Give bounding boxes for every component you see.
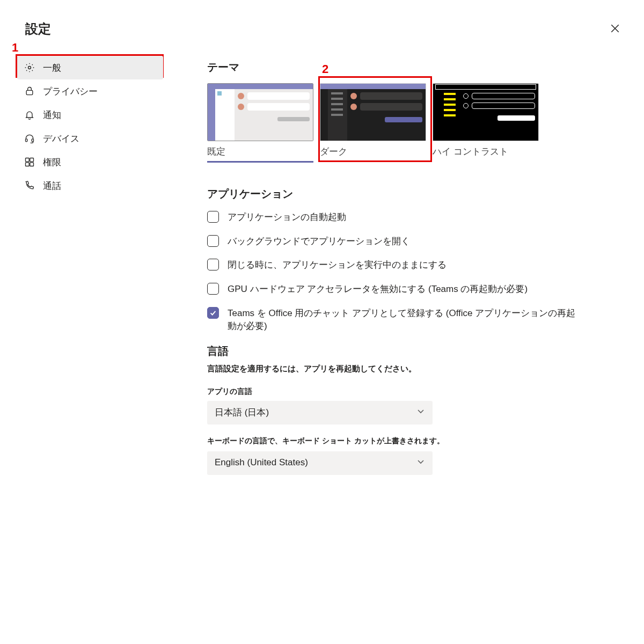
checkbox-icon (207, 235, 219, 247)
theme-preview-default (207, 83, 313, 141)
checkbox-icon (207, 283, 219, 295)
sidebar-item-calls[interactable]: 通話 (17, 174, 163, 197)
sidebar-item-permissions[interactable]: 権限 (17, 150, 163, 174)
keyboard-language-select[interactable]: English (United States) (207, 451, 433, 475)
chevron-down-icon (416, 407, 425, 418)
checkbox-keep-running-on-close[interactable]: 閉じる時に、アプリケーションを実行中のままにする (207, 259, 583, 272)
theme-options: 既定 ダーク (207, 83, 583, 158)
sidebar-item-label: プライバシー (43, 85, 98, 98)
svg-rect-4 (26, 158, 30, 162)
sidebar-item-label: 通知 (43, 109, 61, 121)
checkbox-auto-start[interactable]: アプリケーションの自動起動 (207, 211, 583, 224)
annotation-1-label: 1 (12, 41, 18, 55)
select-value: English (United States) (215, 457, 308, 468)
theme-label: ダーク (320, 145, 426, 158)
close-button[interactable] (609, 23, 621, 35)
language-note: 言語設定を適用するには、アプリを再起動してください。 (207, 364, 583, 374)
language-section: 言語 言語設定を適用するには、アプリを再起動してください。 アプリの言語 日本語… (207, 344, 583, 475)
settings-sidebar: 一般 プライバシー 通知 デバイス 権限 通話 (17, 56, 163, 197)
page-title: 設定 (25, 20, 51, 38)
keyboard-language-label: キーボードの言語で、キーボード ショート カットが上書きされます。 (207, 436, 583, 446)
select-value: 日本語 (日本) (215, 406, 269, 419)
application-heading: アプリケーション (207, 187, 583, 201)
checkbox-label: GPU ハードウェア アクセラレータを無効にする (Teams の再起動が必要) (228, 283, 583, 296)
sidebar-item-privacy[interactable]: プライバシー (17, 79, 163, 103)
gear-icon (24, 62, 35, 74)
checkbox-register-office-chat[interactable]: Teams を Office 用のチャット アプリとして登録する (Office… (207, 307, 583, 333)
svg-rect-2 (26, 139, 27, 142)
sidebar-item-label: 権限 (43, 156, 61, 169)
content: テーマ 既定 (207, 60, 583, 487)
theme-label: ハイ コントラスト (433, 145, 539, 158)
lock-icon (24, 85, 35, 97)
sidebar-item-label: 一般 (43, 62, 61, 74)
phone-icon (24, 180, 35, 192)
svg-rect-6 (26, 163, 30, 166)
theme-option-dark[interactable]: ダーク (320, 83, 426, 158)
sidebar-item-notifications[interactable]: 通知 (17, 103, 163, 127)
checkbox-icon (207, 259, 219, 270)
checkbox-disable-gpu[interactable]: GPU ハードウェア アクセラレータを無効にする (Teams の再起動が必要) (207, 283, 583, 296)
theme-preview-high-contrast (433, 83, 539, 141)
app-language-select[interactable]: 日本語 (日本) (207, 401, 433, 425)
svg-point-0 (28, 67, 31, 69)
theme-label: 既定 (207, 145, 313, 158)
apps-icon (24, 156, 35, 168)
chevron-down-icon (416, 457, 425, 469)
checkbox-label: バックグラウンドでアプリケーションを開く (228, 235, 583, 248)
checkbox-label: Teams を Office 用のチャット アプリとして登録する (Office… (228, 307, 583, 333)
sidebar-item-devices[interactable]: デバイス (17, 127, 163, 150)
bell-icon (24, 109, 35, 121)
checkbox-label: アプリケーションの自動起動 (228, 211, 583, 224)
theme-preview-dark (320, 83, 426, 141)
checkbox-label: 閉じる時に、アプリケーションを実行中のままにする (228, 259, 583, 272)
svg-rect-5 (30, 158, 34, 162)
theme-option-high-contrast[interactable]: ハイ コントラスト (433, 83, 539, 158)
sidebar-item-general[interactable]: 一般 (17, 56, 163, 79)
svg-rect-7 (30, 163, 34, 166)
checkbox-open-in-background[interactable]: バックグラウンドでアプリケーションを開く (207, 235, 583, 248)
headset-icon (24, 133, 35, 144)
svg-rect-1 (26, 90, 33, 94)
theme-heading: テーマ (207, 60, 583, 75)
app-language-label: アプリの言語 (207, 387, 583, 397)
checkbox-icon (207, 211, 219, 223)
sidebar-item-label: デバイス (43, 133, 79, 145)
checkbox-icon (207, 307, 219, 319)
theme-option-default[interactable]: 既定 (207, 83, 313, 163)
close-icon (610, 27, 620, 35)
sidebar-item-label: 通話 (43, 180, 61, 192)
language-heading: 言語 (207, 344, 583, 358)
application-section: アプリケーション アプリケーションの自動起動 バックグラウンドでアプリケーション… (207, 187, 583, 333)
svg-rect-3 (32, 139, 33, 142)
